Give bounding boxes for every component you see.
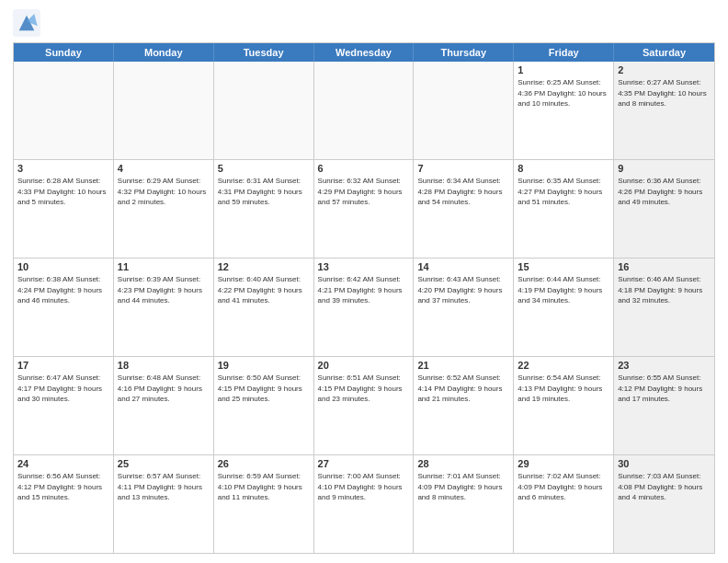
calendar-row-1: 3Sunrise: 6:28 AM Sunset: 4:33 PM Daylig… [14, 159, 714, 258]
day-info-13: Sunrise: 6:42 AM Sunset: 4:21 PM Dayligh… [318, 274, 410, 306]
day-cell-14: 14Sunrise: 6:43 AM Sunset: 4:20 PM Dayli… [414, 259, 514, 356]
empty-cell-0-4 [414, 62, 514, 159]
day-number-22: 22 [518, 360, 609, 371]
day-info-22: Sunrise: 6:54 AM Sunset: 4:13 PM Dayligh… [518, 373, 609, 405]
day-number-29: 29 [518, 458, 609, 469]
day-number-6: 6 [318, 163, 410, 174]
day-info-7: Sunrise: 6:34 AM Sunset: 4:28 PM Dayligh… [417, 176, 509, 208]
day-cell-24: 24Sunrise: 6:56 AM Sunset: 4:12 PM Dayli… [14, 455, 114, 553]
day-number-25: 25 [118, 458, 210, 469]
day-cell-28: 28Sunrise: 7:01 AM Sunset: 4:09 PM Dayli… [414, 455, 514, 553]
day-info-2: Sunrise: 6:27 AM Sunset: 4:35 PM Dayligh… [618, 77, 711, 109]
day-info-3: Sunrise: 6:28 AM Sunset: 4:33 PM Dayligh… [17, 176, 109, 208]
day-cell-6: 6Sunrise: 6:32 AM Sunset: 4:29 PM Daylig… [314, 160, 415, 258]
logo [13, 9, 44, 37]
weekday-header-tuesday: Tuesday [214, 43, 314, 62]
weekday-header-wednesday: Wednesday [314, 43, 415, 62]
day-cell-8: 8Sunrise: 6:35 AM Sunset: 4:27 PM Daylig… [514, 160, 614, 258]
day-info-12: Sunrise: 6:40 AM Sunset: 4:22 PM Dayligh… [218, 274, 310, 306]
day-cell-1: 1Sunrise: 6:25 AM Sunset: 4:36 PM Daylig… [514, 62, 614, 159]
day-info-17: Sunrise: 6:47 AM Sunset: 4:17 PM Dayligh… [17, 373, 109, 405]
page: SundayMondayTuesdayWednesdayThursdayFrid… [0, 0, 728, 563]
day-info-15: Sunrise: 6:44 AM Sunset: 4:19 PM Dayligh… [518, 274, 609, 306]
day-number-12: 12 [218, 261, 310, 272]
day-number-14: 14 [417, 261, 509, 272]
day-info-4: Sunrise: 6:29 AM Sunset: 4:32 PM Dayligh… [118, 176, 210, 208]
day-number-11: 11 [118, 261, 210, 272]
day-info-1: Sunrise: 6:25 AM Sunset: 4:36 PM Dayligh… [518, 77, 609, 109]
day-number-30: 30 [618, 458, 711, 469]
day-number-10: 10 [17, 261, 109, 272]
day-info-28: Sunrise: 7:01 AM Sunset: 4:09 PM Dayligh… [417, 471, 509, 503]
day-cell-25: 25Sunrise: 6:57 AM Sunset: 4:11 PM Dayli… [114, 455, 214, 553]
day-info-9: Sunrise: 6:36 AM Sunset: 4:26 PM Dayligh… [618, 176, 711, 208]
calendar-row-2: 10Sunrise: 6:38 AM Sunset: 4:24 PM Dayli… [14, 258, 714, 356]
day-info-23: Sunrise: 6:55 AM Sunset: 4:12 PM Dayligh… [618, 373, 711, 405]
day-info-26: Sunrise: 6:59 AM Sunset: 4:10 PM Dayligh… [218, 471, 310, 503]
day-info-5: Sunrise: 6:31 AM Sunset: 4:31 PM Dayligh… [218, 176, 310, 208]
day-info-14: Sunrise: 6:43 AM Sunset: 4:20 PM Dayligh… [417, 274, 509, 306]
day-info-19: Sunrise: 6:50 AM Sunset: 4:15 PM Dayligh… [218, 373, 310, 405]
day-cell-21: 21Sunrise: 6:52 AM Sunset: 4:14 PM Dayli… [414, 357, 514, 454]
day-info-20: Sunrise: 6:51 AM Sunset: 4:15 PM Dayligh… [318, 373, 410, 405]
day-info-30: Sunrise: 7:03 AM Sunset: 4:08 PM Dayligh… [618, 471, 711, 503]
empty-cell-0-3 [314, 62, 415, 159]
day-number-3: 3 [17, 163, 109, 174]
day-cell-5: 5Sunrise: 6:31 AM Sunset: 4:31 PM Daylig… [214, 160, 314, 258]
day-cell-29: 29Sunrise: 7:02 AM Sunset: 4:09 PM Dayli… [514, 455, 614, 553]
day-info-8: Sunrise: 6:35 AM Sunset: 4:27 PM Dayligh… [518, 176, 609, 208]
weekday-header-monday: Monday [114, 43, 214, 62]
day-info-16: Sunrise: 6:46 AM Sunset: 4:18 PM Dayligh… [618, 274, 711, 306]
day-info-24: Sunrise: 6:56 AM Sunset: 4:12 PM Dayligh… [17, 471, 109, 503]
day-number-4: 4 [118, 163, 210, 174]
day-number-18: 18 [118, 360, 210, 371]
day-number-5: 5 [218, 163, 310, 174]
day-number-23: 23 [618, 360, 711, 371]
day-cell-3: 3Sunrise: 6:28 AM Sunset: 4:33 PM Daylig… [14, 160, 114, 258]
day-number-19: 19 [218, 360, 310, 371]
day-info-21: Sunrise: 6:52 AM Sunset: 4:14 PM Dayligh… [417, 373, 509, 405]
empty-cell-0-0 [14, 62, 114, 159]
day-cell-27: 27Sunrise: 7:00 AM Sunset: 4:10 PM Dayli… [314, 455, 415, 553]
day-cell-23: 23Sunrise: 6:55 AM Sunset: 4:12 PM Dayli… [614, 357, 714, 454]
day-info-29: Sunrise: 7:02 AM Sunset: 4:09 PM Dayligh… [518, 471, 609, 503]
day-cell-20: 20Sunrise: 6:51 AM Sunset: 4:15 PM Dayli… [314, 357, 415, 454]
logo-icon [13, 9, 40, 37]
day-cell-26: 26Sunrise: 6:59 AM Sunset: 4:10 PM Dayli… [214, 455, 314, 553]
day-number-26: 26 [218, 458, 310, 469]
header [13, 9, 715, 37]
calendar-row-3: 17Sunrise: 6:47 AM Sunset: 4:17 PM Dayli… [14, 356, 714, 454]
day-cell-22: 22Sunrise: 6:54 AM Sunset: 4:13 PM Dayli… [514, 357, 614, 454]
weekday-header-saturday: Saturday [614, 43, 714, 62]
weekday-header-sunday: Sunday [14, 43, 114, 62]
day-cell-10: 10Sunrise: 6:38 AM Sunset: 4:24 PM Dayli… [14, 259, 114, 356]
day-number-7: 7 [417, 163, 509, 174]
day-number-16: 16 [618, 261, 711, 272]
day-number-13: 13 [318, 261, 410, 272]
day-cell-11: 11Sunrise: 6:39 AM Sunset: 4:23 PM Dayli… [114, 259, 214, 356]
calendar-row-0: 1Sunrise: 6:25 AM Sunset: 4:36 PM Daylig… [14, 62, 714, 159]
day-number-15: 15 [518, 261, 609, 272]
day-number-27: 27 [318, 458, 410, 469]
day-number-20: 20 [318, 360, 410, 371]
day-info-27: Sunrise: 7:00 AM Sunset: 4:10 PM Dayligh… [318, 471, 410, 503]
day-number-24: 24 [17, 458, 109, 469]
day-number-1: 1 [518, 64, 609, 75]
day-cell-18: 18Sunrise: 6:48 AM Sunset: 4:16 PM Dayli… [114, 357, 214, 454]
day-cell-19: 19Sunrise: 6:50 AM Sunset: 4:15 PM Dayli… [214, 357, 314, 454]
day-number-28: 28 [417, 458, 509, 469]
calendar-header: SundayMondayTuesdayWednesdayThursdayFrid… [14, 43, 714, 62]
weekday-header-thursday: Thursday [414, 43, 514, 62]
day-cell-16: 16Sunrise: 6:46 AM Sunset: 4:18 PM Dayli… [614, 259, 714, 356]
day-cell-15: 15Sunrise: 6:44 AM Sunset: 4:19 PM Dayli… [514, 259, 614, 356]
day-info-10: Sunrise: 6:38 AM Sunset: 4:24 PM Dayligh… [17, 274, 109, 306]
day-number-8: 8 [518, 163, 609, 174]
day-cell-9: 9Sunrise: 6:36 AM Sunset: 4:26 PM Daylig… [614, 160, 714, 258]
day-info-25: Sunrise: 6:57 AM Sunset: 4:11 PM Dayligh… [118, 471, 210, 503]
day-info-6: Sunrise: 6:32 AM Sunset: 4:29 PM Dayligh… [318, 176, 410, 208]
empty-cell-0-2 [214, 62, 314, 159]
day-cell-4: 4Sunrise: 6:29 AM Sunset: 4:32 PM Daylig… [114, 160, 214, 258]
day-cell-7: 7Sunrise: 6:34 AM Sunset: 4:28 PM Daylig… [414, 160, 514, 258]
calendar-body: 1Sunrise: 6:25 AM Sunset: 4:36 PM Daylig… [14, 62, 714, 553]
day-cell-17: 17Sunrise: 6:47 AM Sunset: 4:17 PM Dayli… [14, 357, 114, 454]
